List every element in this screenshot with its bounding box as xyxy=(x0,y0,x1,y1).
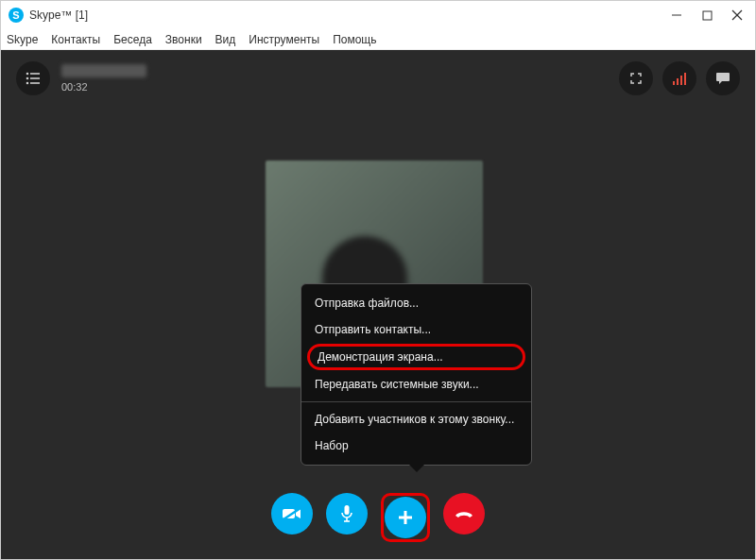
menu-pointer-icon xyxy=(409,465,424,472)
menu-item-share-screen[interactable]: Демонстрация экрана... xyxy=(307,344,525,370)
titlebar: S Skype™ [1] xyxy=(1,1,755,29)
svg-point-4 xyxy=(26,73,29,76)
call-topbar: 00:32 xyxy=(1,50,755,107)
recent-list-button[interactable] xyxy=(16,61,50,95)
menu-view[interactable]: Вид xyxy=(215,33,236,46)
menu-item-send-contacts[interactable]: Отправить контакты... xyxy=(301,316,531,343)
add-button[interactable] xyxy=(385,497,426,538)
signal-quality-button[interactable] xyxy=(662,61,696,95)
call-controls xyxy=(1,493,755,542)
hangup-button[interactable] xyxy=(443,493,485,535)
signal-icon xyxy=(673,72,686,85)
menu-separator xyxy=(301,401,531,402)
menu-item-send-files[interactable]: Отправка файлов... xyxy=(301,290,531,316)
call-timer: 00:32 xyxy=(61,81,146,93)
contact-info: 00:32 xyxy=(61,64,146,93)
svg-rect-1 xyxy=(703,11,712,20)
menu-skype[interactable]: Skype xyxy=(7,33,38,46)
menu-help[interactable]: Помощь xyxy=(333,33,376,46)
skype-logo-icon: S xyxy=(9,8,24,23)
menubar: Skype Контакты Беседа Звонки Вид Инструм… xyxy=(1,29,755,50)
menu-tools[interactable]: Инструменты xyxy=(249,33,319,46)
contact-name-blurred xyxy=(61,64,146,77)
close-button[interactable] xyxy=(730,8,744,22)
add-button-highlight xyxy=(381,493,430,542)
window-controls xyxy=(670,8,744,22)
svg-rect-9 xyxy=(30,82,40,84)
fullscreen-button[interactable] xyxy=(619,61,653,95)
window-title: Skype™ [1] xyxy=(29,8,670,22)
svg-point-6 xyxy=(26,77,29,80)
menu-conversation[interactable]: Беседа xyxy=(113,33,152,46)
call-area: 00:32 xyxy=(1,50,755,559)
chat-button[interactable] xyxy=(706,61,740,95)
mic-toggle-button[interactable] xyxy=(326,493,368,535)
svg-rect-7 xyxy=(30,77,40,79)
minimize-button[interactable] xyxy=(670,8,683,22)
svg-point-8 xyxy=(26,82,29,85)
menu-calls[interactable]: Звонки xyxy=(165,33,202,46)
menu-item-dialpad[interactable]: Набор xyxy=(301,433,531,459)
menu-item-add-participants[interactable]: Добавить участников к этому звонку... xyxy=(301,406,531,433)
app-window: S Skype™ [1] Skype Контакты Беседа Звонк… xyxy=(0,0,756,560)
svg-rect-5 xyxy=(30,73,40,75)
maximize-button[interactable] xyxy=(700,8,713,22)
video-toggle-button[interactable] xyxy=(271,493,313,535)
top-right-controls xyxy=(619,61,740,95)
svg-rect-12 xyxy=(345,505,350,515)
plus-context-menu: Отправка файлов... Отправить контакты...… xyxy=(301,283,532,466)
menu-item-system-sounds[interactable]: Передавать системные звуки... xyxy=(301,371,531,398)
menu-contacts[interactable]: Контакты xyxy=(51,33,100,46)
